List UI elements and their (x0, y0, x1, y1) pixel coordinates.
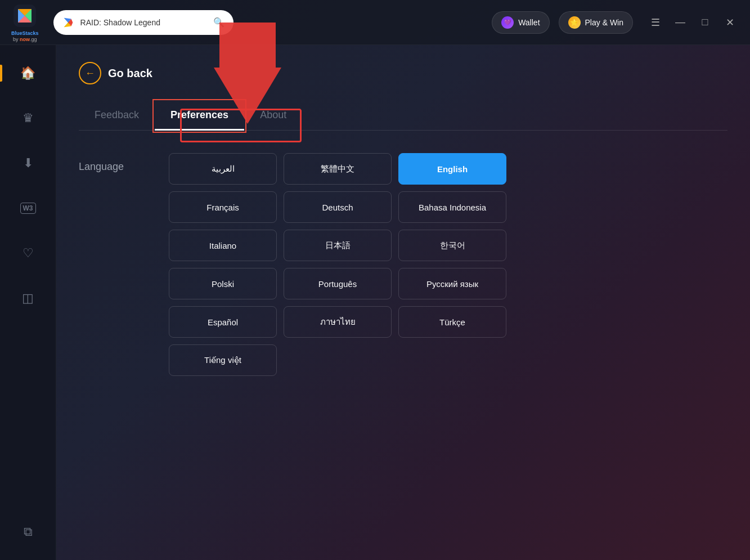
lang-btn-french[interactable]: Français (169, 191, 277, 223)
star-icon: ⭐ (568, 16, 581, 29)
lang-btn-russian[interactable]: Русский язык (398, 268, 506, 299)
window-controls: ☰ — □ ✕ (646, 14, 739, 32)
sidebar-item-pages[interactable]: ⧉ (11, 515, 45, 549)
go-back-button[interactable]: ← Go back (79, 62, 727, 84)
layers-icon: ◫ (22, 291, 34, 306)
header: BlueStacks by now.gg 🔍 💜 Wallet ⭐ Play &… (0, 0, 750, 45)
language-grid: العربية繁體中文EnglishFrançaisDeutschBahasa … (169, 153, 506, 376)
sidebar-item-home[interactable]: 🏠 (11, 56, 45, 90)
lang-btn-spanish[interactable]: Español (169, 306, 277, 338)
sidebar-item-w3[interactable]: W3 (11, 191, 45, 225)
tabs: Feedback Preferences About (79, 101, 727, 131)
lang-btn-thai[interactable]: ภาษาไทย (284, 306, 392, 338)
language-label: Language (79, 153, 146, 173)
search-icon[interactable]: 🔍 (213, 17, 224, 28)
maximize-button[interactable]: □ (696, 14, 714, 32)
lang-btn-arabic[interactable]: العربية (169, 153, 277, 185)
wallet-button[interactable]: 💜 Wallet (492, 11, 549, 34)
home-icon: 🏠 (20, 66, 35, 80)
logo-text: BlueStacks by now.gg (11, 30, 39, 43)
lang-btn-german[interactable]: Deutsch (284, 191, 392, 223)
lang-btn-italian[interactable]: Italiano (169, 230, 277, 261)
lang-btn-vietnamese[interactable]: Tiếng việt (169, 344, 277, 376)
lang-btn-turkish[interactable]: Türkçe (398, 306, 506, 338)
minimize-button[interactable]: — (671, 14, 689, 32)
menu-button[interactable]: ☰ (646, 14, 664, 32)
sidebar-item-crown[interactable]: ♛ (11, 101, 45, 135)
w3-icon: W3 (20, 203, 36, 214)
search-bar[interactable]: 🔍 (53, 10, 233, 35)
lang-btn-polish[interactable]: Polski (169, 268, 277, 299)
heart-icon: ♡ (23, 246, 34, 261)
play-win-label: Play & Win (585, 18, 623, 27)
lang-btn-korean[interactable]: 한국어 (398, 230, 506, 261)
sidebar-item-download[interactable]: ⬇ (11, 146, 45, 180)
main-content: ← Go back Feedback Preferences About Lan… (56, 45, 750, 560)
sidebar: 🏠 ♛ ⬇ W3 ♡ ◫ ⧉ (0, 45, 56, 560)
go-back-label: Go back (108, 67, 152, 80)
google-play-icon (62, 16, 75, 29)
lang-btn-traditional-chinese[interactable]: 繁體中文 (284, 153, 392, 185)
back-arrow-icon: ← (79, 62, 101, 84)
tab-feedback[interactable]: Feedback (79, 101, 155, 131)
wallet-icon: 💜 (501, 16, 514, 29)
play-win-button[interactable]: ⭐ Play & Win (559, 11, 633, 34)
tab-about[interactable]: About (244, 101, 302, 131)
tab-preferences[interactable]: Preferences (155, 101, 244, 131)
lang-btn-english[interactable]: English (398, 153, 506, 185)
crown-icon: ♛ (23, 111, 34, 126)
sidebar-item-heart[interactable]: ♡ (11, 236, 45, 270)
download-icon: ⬇ (23, 156, 33, 171)
lang-btn-portuguese[interactable]: Português (284, 268, 392, 299)
pages-icon: ⧉ (24, 525, 33, 539)
bluestacks-logo (11, 2, 38, 29)
lang-btn-japanese[interactable]: 日本語 (284, 230, 392, 261)
sidebar-item-layers[interactable]: ◫ (11, 281, 45, 315)
wallet-label: Wallet (518, 18, 540, 27)
language-section: Language العربية繁體中文EnglishFrançaisDeuts… (79, 153, 727, 376)
search-input[interactable] (80, 18, 208, 27)
lang-btn-bahasa-indonesia[interactable]: Bahasa Indonesia (398, 191, 506, 223)
logo-area: BlueStacks by now.gg (11, 2, 39, 43)
close-button[interactable]: ✕ (721, 14, 739, 32)
